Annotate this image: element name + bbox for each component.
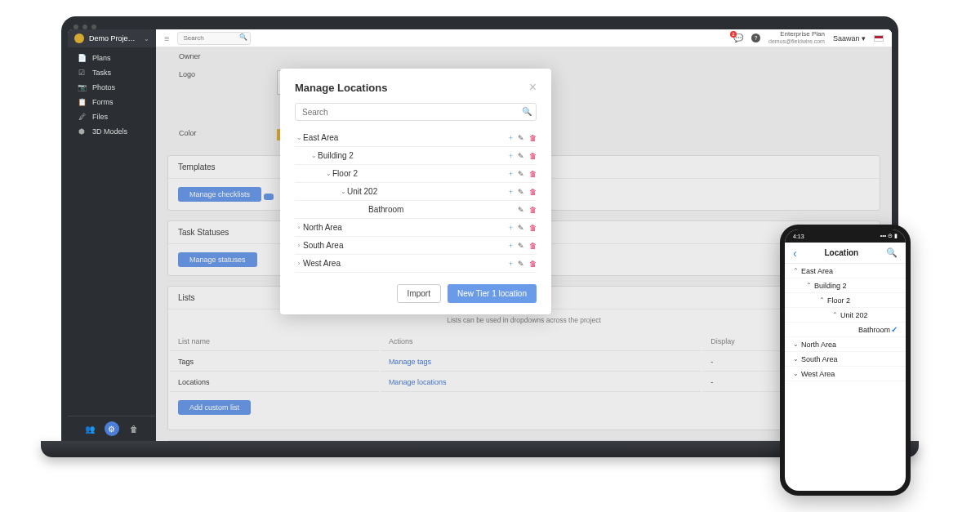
- trash-icon[interactable]: 🗑: [529, 242, 537, 250]
- phone-location-row[interactable]: ⌃Unit 202: [785, 308, 906, 323]
- user-menu[interactable]: Saawan ▾: [833, 34, 866, 42]
- location-tree-row[interactable]: ⌄Building 2+✎🗑: [295, 147, 537, 165]
- pencil-icon[interactable]: ✎: [518, 188, 524, 196]
- pencil-icon[interactable]: ✎: [518, 224, 524, 232]
- list-action-link[interactable]: Manage locations: [389, 378, 447, 386]
- secondary-template-button[interactable]: [264, 194, 274, 200]
- phone-back-icon[interactable]: ‹: [793, 247, 797, 260]
- sidebar-item-forms[interactable]: 📋Forms: [68, 95, 156, 109]
- phone-status-bar: 4:13 ••• ⊝ ▮: [785, 229, 906, 243]
- pencil-icon[interactable]: ✎: [518, 170, 524, 178]
- people-icon[interactable]: 👥: [82, 421, 97, 436]
- manage-statuses-button[interactable]: Manage statuses: [178, 252, 257, 267]
- import-button[interactable]: Import: [397, 284, 441, 303]
- plan-info: Enterprise Plan demos@fieldwire.com: [768, 31, 825, 44]
- phone-location-row[interactable]: Bathroom✓: [785, 323, 906, 337]
- search-icon[interactable]: 🔍: [239, 33, 247, 41]
- chevron-icon[interactable]: ⌄: [324, 170, 332, 177]
- notifications-icon[interactable]: 💬2: [733, 33, 743, 42]
- chevron-icon[interactable]: ⌄: [793, 370, 801, 377]
- location-tree-row[interactable]: ›North Area+✎🗑: [295, 219, 537, 237]
- phone-location-row[interactable]: ⌄West Area: [785, 367, 906, 381]
- trash-icon[interactable]: 🗑: [529, 188, 537, 196]
- phone-location-row[interactable]: ⌃East Area: [785, 264, 906, 278]
- plus-icon[interactable]: +: [509, 152, 513, 160]
- add-custom-list-button[interactable]: Add custom list: [178, 400, 251, 415]
- pencil-icon[interactable]: ✎: [518, 260, 524, 268]
- location-tree-row[interactable]: Bathroom✎🗑: [295, 201, 537, 219]
- phone-search-icon[interactable]: 🔍: [886, 247, 898, 258]
- sidebar-item-files[interactable]: 🖉Files: [68, 109, 156, 124]
- trash-icon[interactable]: 🗑: [529, 224, 537, 232]
- chevron-icon[interactable]: ⌃: [793, 267, 801, 274]
- locale-flag[interactable]: [874, 35, 884, 42]
- plus-icon[interactable]: +: [509, 188, 513, 196]
- location-label: Bathroom: [368, 205, 518, 214]
- location-label: Floor 2: [332, 169, 509, 178]
- trash-icon[interactable]: 🗑: [529, 260, 537, 268]
- trash-icon[interactable]: 🗑: [529, 206, 537, 214]
- plus-icon[interactable]: +: [509, 242, 513, 250]
- chevron-icon[interactable]: ⌃: [832, 311, 840, 318]
- sidebar: Demo Project - Resi... ⌄ 📄Plans☑Tasks📷Ph…: [68, 29, 156, 441]
- location-label: Unit 202: [347, 187, 509, 196]
- topbar: ≡ 🔍 💬2 ? Enterprise Plan demos@fieldwire…: [156, 29, 892, 47]
- chevron-icon[interactable]: ⌄: [339, 188, 347, 195]
- trash-icon[interactable]: 🗑: [529, 134, 537, 142]
- list-action-link[interactable]: Manage tags: [389, 358, 431, 366]
- chevron-icon[interactable]: ⌄: [793, 355, 801, 363]
- manage-locations-modal: Manage Locations × 🔍 ⌄East Area+✎🗑⌄Build…: [280, 69, 551, 314]
- sidebar-item-tasks[interactable]: ☑Tasks: [68, 65, 156, 80]
- sidebar-item-photos[interactable]: 📷Photos: [68, 80, 156, 95]
- plus-icon[interactable]: +: [509, 170, 513, 178]
- help-icon[interactable]: ?: [751, 33, 760, 42]
- location-label: North Area: [303, 223, 509, 232]
- pencil-icon[interactable]: ✎: [518, 152, 524, 160]
- manage-checklists-button[interactable]: Manage checklists: [178, 187, 261, 202]
- nav-icon: 📄: [78, 54, 86, 62]
- trash-icon[interactable]: 🗑: [127, 421, 141, 436]
- modal-title: Manage Locations: [295, 82, 387, 94]
- location-tree-row[interactable]: ⌄Floor 2+✎🗑: [295, 165, 537, 183]
- nav-icon: ⬢: [78, 127, 86, 136]
- trash-icon[interactable]: 🗑: [529, 170, 537, 178]
- plus-icon[interactable]: +: [509, 134, 513, 142]
- location-tree-row[interactable]: ›South Area+✎🗑: [295, 237, 537, 255]
- location-tree-row[interactable]: ⌄East Area+✎🗑: [295, 129, 537, 147]
- modal-close-icon[interactable]: ×: [529, 80, 537, 95]
- chevron-icon[interactable]: ⌃: [806, 282, 814, 289]
- location-tree-row[interactable]: ›West Area+✎🗑: [295, 255, 537, 273]
- chevron-icon[interactable]: ⌄: [310, 152, 318, 159]
- phone-location-row[interactable]: ⌄South Area: [785, 352, 906, 367]
- location-tree-row[interactable]: ⌄Unit 202+✎🗑: [295, 183, 537, 201]
- chevron-down-icon: ⌄: [144, 35, 149, 42]
- chevron-icon[interactable]: ›: [295, 224, 303, 231]
- chevron-icon[interactable]: ⌄: [295, 134, 303, 141]
- phone-location-row[interactable]: ⌃Floor 2: [785, 293, 906, 308]
- pencil-icon[interactable]: ✎: [518, 206, 524, 214]
- phone-location-label: East Area: [801, 267, 898, 275]
- settings-icon[interactable]: ⚙: [105, 421, 119, 436]
- phone-location-row[interactable]: ⌃Building 2: [785, 278, 906, 293]
- pencil-icon[interactable]: ✎: [518, 134, 524, 142]
- phone-location-label: Unit 202: [840, 311, 898, 319]
- col-actions: Actions: [381, 332, 701, 351]
- chevron-icon[interactable]: ›: [295, 242, 303, 249]
- sidebar-item-plans[interactable]: 📄Plans: [68, 51, 156, 65]
- plus-icon[interactable]: +: [509, 224, 513, 232]
- menu-icon[interactable]: ≡: [164, 33, 169, 43]
- project-switcher[interactable]: Demo Project - Resi... ⌄: [68, 29, 156, 47]
- check-icon: ✓: [891, 325, 898, 334]
- sidebar-item-3d-models[interactable]: ⬢3D Models: [68, 124, 156, 139]
- plus-icon[interactable]: +: [509, 260, 513, 268]
- trash-icon[interactable]: 🗑: [529, 152, 537, 160]
- search-icon[interactable]: 🔍: [522, 107, 532, 116]
- phone-location-row[interactable]: ⌄North Area: [785, 337, 906, 352]
- modal-search-input[interactable]: [295, 103, 537, 121]
- chevron-icon[interactable]: ›: [295, 260, 303, 267]
- new-tier1-button[interactable]: New Tier 1 location: [448, 284, 537, 303]
- pencil-icon[interactable]: ✎: [518, 242, 524, 250]
- chevron-icon[interactable]: ⌄: [793, 341, 801, 348]
- col-list-name: List name: [170, 332, 379, 351]
- chevron-icon[interactable]: ⌃: [819, 296, 827, 304]
